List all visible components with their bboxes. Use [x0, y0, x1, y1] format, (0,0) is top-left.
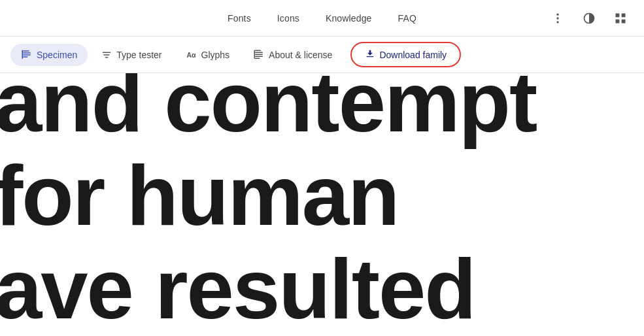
svg-rect-8	[23, 52, 31, 54]
sub-navigation: Specimen Type tester Aα Glyphs	[0, 37, 644, 73]
tab-type-tester-label: Type tester	[116, 50, 161, 60]
hero-line-2: ave resulted	[0, 243, 644, 336]
svg-rect-4	[622, 13, 626, 17]
tab-specimen-label: Specimen	[37, 50, 77, 60]
svg-rect-15	[255, 54, 263, 55]
download-family-button[interactable]: Download family	[350, 42, 461, 67]
svg-rect-18	[254, 50, 256, 59]
tab-glyphs[interactable]: Aα Glyphs	[175, 44, 241, 66]
svg-rect-7	[23, 50, 29, 52]
main-content: and contempt for human ave resulted	[0, 73, 644, 336]
nav-link-fonts[interactable]: Fonts	[217, 8, 262, 29]
download-icon	[365, 48, 375, 61]
svg-rect-19	[367, 56, 374, 57]
top-navigation: Fonts Icons Knowledge FAQ	[0, 0, 644, 37]
svg-rect-5	[616, 19, 620, 23]
nav-icon-group	[545, 5, 634, 31]
svg-rect-10	[23, 56, 28, 58]
svg-rect-14	[255, 52, 263, 53]
tab-about[interactable]: About & license	[243, 44, 343, 66]
tab-type-tester[interactable]: Type tester	[90, 44, 172, 66]
svg-point-2	[556, 21, 558, 23]
svg-rect-17	[255, 58, 260, 59]
nav-link-faq[interactable]: FAQ	[388, 8, 427, 29]
tab-glyphs-label: Glyphs	[201, 50, 230, 60]
nav-link-knowledge[interactable]: Knowledge	[315, 8, 382, 29]
nav-links: Fonts Icons Knowledge FAQ	[217, 8, 427, 29]
theme-icon[interactable]	[576, 5, 602, 31]
svg-rect-11	[22, 50, 24, 59]
svg-rect-13	[255, 50, 261, 51]
download-family-label: Download family	[379, 50, 447, 60]
more-options-icon[interactable]	[545, 5, 571, 31]
tab-specimen[interactable]: Specimen	[10, 44, 88, 66]
about-icon	[253, 49, 265, 61]
hero-text: and contempt for human ave resulted	[0, 73, 644, 336]
type-tester-icon	[101, 49, 112, 61]
svg-point-1	[556, 17, 558, 19]
svg-rect-3	[616, 13, 620, 17]
glyphs-icon: Aα	[186, 49, 197, 61]
tab-about-label: About & license	[269, 50, 332, 60]
grid-icon[interactable]	[607, 5, 634, 31]
svg-point-0	[556, 13, 558, 15]
hero-line-1: and contempt for human	[0, 73, 644, 243]
nav-link-icons[interactable]: Icons	[267, 8, 310, 29]
specimen-icon	[21, 49, 33, 61]
svg-rect-9	[23, 54, 31, 56]
svg-text:Aα: Aα	[186, 50, 196, 58]
svg-rect-16	[255, 56, 263, 57]
svg-rect-6	[622, 19, 626, 23]
